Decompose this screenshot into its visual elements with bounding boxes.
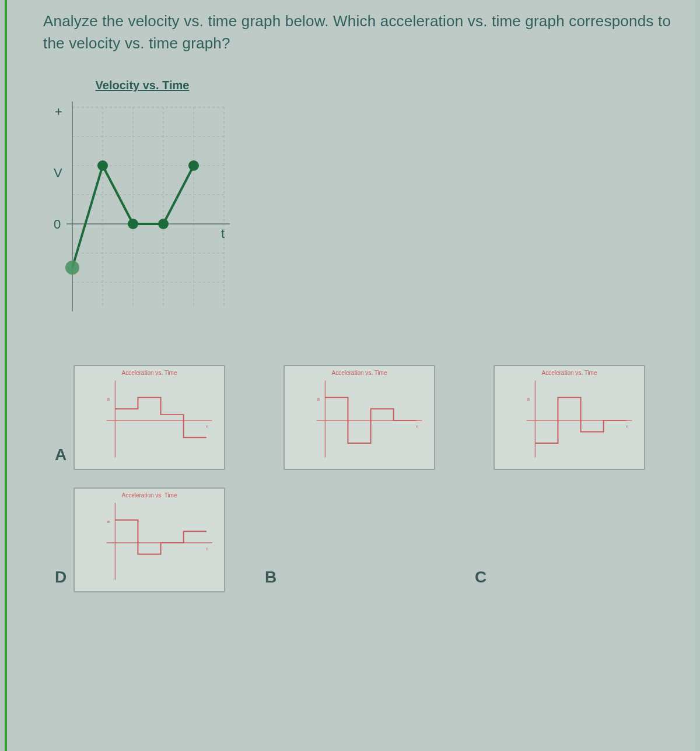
option-c-letter: C xyxy=(475,568,487,587)
main-chart: Velocity vs. Time xyxy=(49,79,236,329)
option-a-letter: A xyxy=(55,445,66,464)
option-c[interactable]: Acceleration vs. Time a t C xyxy=(469,365,656,592)
x-axis-label: t xyxy=(221,226,225,241)
svg-text:a: a xyxy=(107,519,110,524)
svg-text:a: a xyxy=(317,396,320,402)
svg-point-17 xyxy=(128,219,138,229)
option-a-plot: a t xyxy=(75,366,224,469)
option-d-plot: a t xyxy=(75,489,224,591)
option-b-plot: a t xyxy=(285,366,434,469)
y-axis-label: V xyxy=(54,166,62,180)
svg-text:t: t xyxy=(206,424,208,429)
option-d-thumb: Acceleration vs. Time a t xyxy=(74,487,225,592)
svg-text:t: t xyxy=(416,424,418,429)
svg-point-15 xyxy=(65,261,79,275)
option-c-thumb: Acceleration vs. Time a t xyxy=(494,365,645,470)
velocity-time-plot: + V 0 t xyxy=(49,96,236,329)
option-b-thumb: Acceleration vs. Time a t xyxy=(284,365,435,470)
svg-point-16 xyxy=(97,160,108,171)
main-chart-title: Velocity vs. Time xyxy=(49,79,236,92)
option-b-letter: B xyxy=(265,568,276,587)
y-plus-label: + xyxy=(55,104,62,119)
option-a[interactable]: Acceleration vs. Time a t A xyxy=(49,365,236,470)
option-c-plot: a t xyxy=(495,366,644,469)
svg-text:a: a xyxy=(107,396,110,402)
svg-text:t: t xyxy=(626,424,628,429)
question-frame: Analyze the velocity vs. time graph belo… xyxy=(5,0,695,751)
svg-text:t: t xyxy=(206,546,208,552)
option-b[interactable]: Acceleration vs. Time a t B xyxy=(259,365,446,592)
y-zero-label: 0 xyxy=(54,217,61,231)
option-d-letter: D xyxy=(55,568,66,587)
options-row: Acceleration vs. Time a t A Acceleration… xyxy=(49,365,674,592)
option-d[interactable]: Acceleration vs. Time a t D xyxy=(49,487,236,592)
svg-text:a: a xyxy=(527,396,530,402)
svg-point-19 xyxy=(188,160,199,171)
option-a-thumb: Acceleration vs. Time a t xyxy=(74,365,225,470)
svg-point-18 xyxy=(158,219,169,229)
question-text: Analyze the velocity vs. time graph belo… xyxy=(43,10,674,54)
